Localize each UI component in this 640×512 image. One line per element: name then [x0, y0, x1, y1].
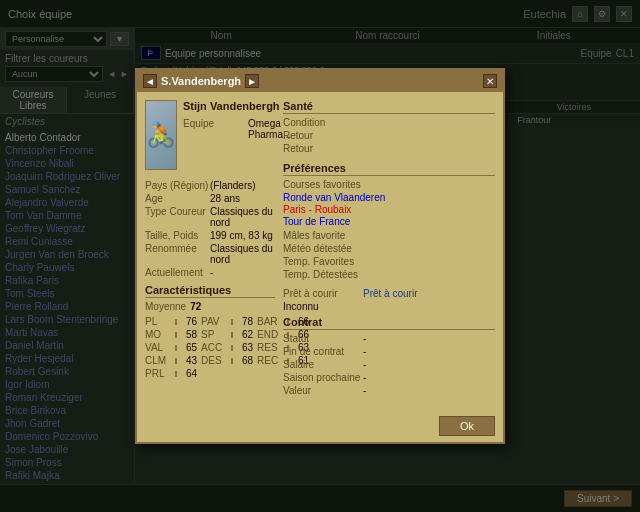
stat-item: CLM 43 [145, 355, 197, 366]
saison-prochaine-label: Saison prochaine [283, 372, 363, 383]
modal-title: S.Vandenbergh [161, 75, 241, 87]
stat-value: 58 [179, 329, 197, 340]
stat-bar-wrap [231, 358, 233, 364]
saison-prochaine-value: - [363, 372, 366, 383]
stat-label: PL [145, 316, 173, 327]
contrat-section: Contrat Statut - Fin de contrat - Salair… [283, 316, 495, 396]
stat-label: PAV [201, 316, 229, 327]
temp-fav-label: Temp. Favorites [283, 256, 363, 267]
retour-label: Retour [283, 130, 363, 141]
stat-item: VAL 65 [145, 342, 197, 353]
taille-label: Taille, Poids [145, 230, 210, 241]
valeur-value: - [363, 385, 366, 396]
modal-left: 🚴 Stijn Vandenbergh Equipe Omega Pharma.… [145, 100, 275, 404]
modal-overlay: ◄ S.Vandenbergh ► ✕ 🚴 Stijn Vandenbergh … [0, 0, 640, 512]
modal-footer: Ok [137, 412, 503, 442]
pret-label: Prêt à courir [283, 288, 363, 299]
stat-label: DES [201, 355, 229, 366]
stat-value: 68 [235, 355, 253, 366]
stat-bar-wrap [231, 332, 233, 338]
equipe-label: Equipe [183, 118, 248, 140]
courses-favorites-label: Courses favorites [283, 179, 363, 190]
salaire-label: Salaire [283, 359, 363, 370]
sante-section: Santé Condition Retour Retour [283, 100, 495, 154]
renommee-label: Renommée [145, 243, 210, 265]
actuellement-label: Actuellement [145, 267, 210, 278]
modal-body: 🚴 Stijn Vandenbergh Equipe Omega Pharma.… [137, 92, 503, 412]
preferences-title: Préférences [283, 162, 495, 176]
stat-label: ACC [201, 342, 229, 353]
preferences-section: Préférences Courses favorites Ronde van … [283, 162, 495, 280]
moyenne-label: Moyenne [145, 301, 186, 312]
pret-value: Prêt à courir [363, 288, 417, 299]
renommee-value: Classiques du nord [210, 243, 275, 265]
retour2-label: Retour [283, 143, 363, 154]
age-label: Age [145, 193, 210, 204]
ok-button[interactable]: Ok [439, 416, 495, 436]
valeur-label: Valeur [283, 385, 363, 396]
stat-item: ACC 63 [201, 342, 253, 353]
statut-value: - [363, 333, 366, 344]
stat-label: END [257, 329, 285, 340]
stat-bar-wrap [231, 345, 233, 351]
modal-prev-btn[interactable]: ◄ [143, 74, 157, 88]
moyenne-value: 72 [190, 301, 201, 312]
meteo-label: Météo détestée [283, 243, 363, 254]
fin-contrat-label: Fin de contrat [283, 346, 363, 357]
moyenne-row: Moyenne 72 [145, 301, 275, 312]
temp-det-label: Temp. Détestées [283, 269, 363, 280]
pays-label: Pays (Région) [145, 180, 210, 191]
race-tour: Tour de France [283, 216, 495, 227]
stat-label: REC [257, 355, 285, 366]
race-paris: Paris - Roubaix [283, 204, 495, 215]
stat-label: BAR [257, 316, 285, 327]
stats-container: PL 76 PAV 78 BAR 66 MO [145, 316, 275, 379]
race-ronde: Ronde van Vlaanderen [283, 192, 495, 203]
pays-value: (Flanders) [210, 180, 256, 191]
age-value: 28 ans [210, 193, 240, 204]
stat-value: 63 [235, 342, 253, 353]
taille-value: 199 cm, 83 kg [210, 230, 273, 241]
type-coureur-value: Classiques du nord [210, 206, 275, 228]
stat-label: PRL [145, 368, 173, 379]
sante-title: Santé [283, 100, 495, 114]
stat-value: 64 [179, 368, 197, 379]
rider-photo: 🚴 [145, 100, 177, 170]
stat-item: MO 58 [145, 329, 197, 340]
stat-value: 43 [179, 355, 197, 366]
stat-bar-wrap [175, 358, 177, 364]
modal-right: Santé Condition Retour Retour [283, 100, 495, 404]
stat-item: DES 68 [201, 355, 253, 366]
condition-label: Condition [283, 117, 363, 128]
stat-bar-wrap [175, 345, 177, 351]
stat-value: 65 [179, 342, 197, 353]
stat-bar-wrap [175, 371, 177, 377]
stat-value: 76 [179, 316, 197, 327]
modal-next-btn[interactable]: ► [245, 74, 259, 88]
type-coureur-label: Type Coureur [145, 206, 210, 228]
stat-label: CLM [145, 355, 173, 366]
modal-titlebar: ◄ S.Vandenbergh ► ✕ [137, 70, 503, 92]
stat-label: MO [145, 329, 173, 340]
modal-close-btn[interactable]: ✕ [483, 74, 497, 88]
stat-label: VAL [145, 342, 173, 353]
stat-bar-wrap [175, 332, 177, 338]
stat-item: SP 62 [201, 329, 253, 340]
stat-bar-wrap [231, 319, 233, 325]
stat-bar-wrap [175, 319, 177, 325]
statut-label: Statut [283, 333, 363, 344]
rider-name: Stijn Vandenbergh [183, 100, 291, 112]
stat-value: 62 [235, 329, 253, 340]
stat-label: SP [201, 329, 229, 340]
stat-item: PRL 64 [145, 368, 197, 379]
salaire-value: - [363, 359, 366, 370]
inconnu-label: Inconnu [283, 301, 319, 312]
actuellement-value: - [210, 267, 213, 278]
males-fav-label: Mâles favorite [283, 230, 363, 241]
stat-item: PAV 78 [201, 316, 253, 327]
contrat-title: Contrat [283, 316, 495, 330]
modal-dialog: ◄ S.Vandenbergh ► ✕ 🚴 Stijn Vandenbergh … [135, 68, 505, 444]
fin-contrat-value: - [363, 346, 366, 357]
stat-value: 78 [235, 316, 253, 327]
stat-item: PL 76 [145, 316, 197, 327]
